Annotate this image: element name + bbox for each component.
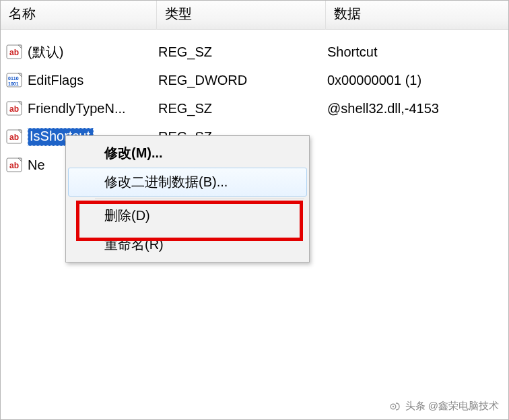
menu-item-delete[interactable]: 删除(D): [68, 201, 307, 230]
svg-text:1001: 1001: [8, 81, 19, 86]
value-name: EditFlags: [28, 73, 83, 88]
registry-list-pane: 名称 类型 数据 ab (默认) REG_SZ Shortcut: [0, 0, 509, 420]
watermark-text: 头条 @鑫荣电脑技术: [405, 400, 499, 413]
menu-item-modify-binary[interactable]: 修改二进制数据(B)...: [68, 168, 307, 197]
value-name: FriendlyTypeN...: [28, 101, 126, 116]
value-data: @shell32.dll,-4153: [326, 101, 508, 116]
table-row[interactable]: ab FriendlyTypeN... REG_SZ @shell32.dll,…: [1, 94, 508, 123]
svg-point-12: [392, 405, 393, 407]
svg-text:ab: ab: [9, 104, 19, 114]
reg-string-icon: ab: [6, 43, 24, 61]
column-header-data[interactable]: 数据: [326, 1, 508, 30]
value-name: (默认): [28, 43, 63, 61]
menu-separator: [95, 199, 304, 199]
svg-text:0110: 0110: [8, 76, 19, 81]
watermark: 头条 @鑫荣电脑技术: [389, 400, 499, 413]
table-row[interactable]: ab (默认) REG_SZ Shortcut: [1, 38, 508, 66]
value-type: REG_SZ: [157, 101, 326, 116]
reg-string-icon: ab: [6, 156, 24, 174]
value-name: Ne: [28, 158, 45, 173]
watermark-icon: [389, 400, 401, 413]
menu-item-rename[interactable]: 重命名(R): [68, 230, 307, 259]
table-row[interactable]: 0110 1001 EditFlags REG_DWORD 0x00000001…: [1, 66, 508, 94]
value-data: 0x00000001 (1): [326, 73, 508, 88]
reg-string-icon: ab: [6, 100, 24, 117]
column-header-row: 名称 类型 数据: [1, 1, 508, 30]
column-header-name[interactable]: 名称: [1, 1, 157, 30]
column-header-type[interactable]: 类型: [157, 1, 326, 30]
value-type: REG_DWORD: [157, 73, 326, 88]
menu-item-modify[interactable]: 修改(M)...: [68, 139, 307, 168]
svg-text:ab: ab: [9, 161, 19, 170]
value-data: Shortcut: [326, 44, 508, 60]
svg-text:ab: ab: [9, 48, 19, 57]
value-type: REG_SZ: [157, 44, 326, 60]
reg-string-icon: ab: [6, 128, 24, 145]
svg-text:ab: ab: [9, 133, 19, 142]
context-menu: 修改(M)... 修改二进制数据(B)... 删除(D) 重命名(R): [65, 135, 310, 262]
reg-binary-icon: 0110 1001: [6, 71, 24, 89]
